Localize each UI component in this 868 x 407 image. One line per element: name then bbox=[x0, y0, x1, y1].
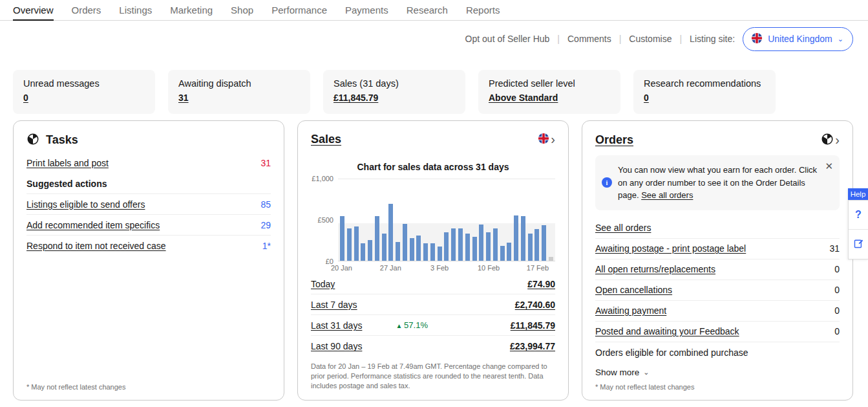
toolbar-link-customise[interactable]: Customise bbox=[629, 34, 672, 44]
orders-rows: See all ordersAwaiting postage - print p… bbox=[595, 218, 840, 342]
globe-icon bbox=[821, 133, 834, 148]
stat-cards: Unread messages0Awaiting dispatch31Sales… bbox=[0, 57, 868, 114]
orders-panel: Orders › i You can now view what you ear… bbox=[582, 120, 853, 401]
sales-site-button[interactable]: › bbox=[538, 133, 555, 146]
order-row-value: 0 bbox=[834, 285, 840, 295]
stat-card-unread-messages: Unread messages0 bbox=[13, 70, 155, 114]
chevron-down-icon: ⌄ bbox=[838, 35, 843, 43]
chart-bar bbox=[410, 238, 414, 261]
chart-bar bbox=[347, 228, 352, 261]
secondary-toolbar: Opt out of Seller Hub|Comments|Customise… bbox=[0, 21, 868, 57]
tab-payments[interactable]: Payments bbox=[345, 0, 388, 20]
tasks-title: Tasks bbox=[46, 133, 78, 147]
help-tab[interactable]: Help bbox=[848, 188, 868, 200]
chart-bar bbox=[396, 242, 400, 261]
tab-shop[interactable]: Shop bbox=[231, 0, 253, 20]
task-row-value: 31 bbox=[260, 158, 271, 168]
stat-value-link[interactable]: Above Standard bbox=[489, 93, 558, 103]
chart-bar bbox=[528, 234, 533, 261]
chevron-down-icon: ⌄ bbox=[643, 368, 649, 377]
chart-bar bbox=[423, 243, 428, 261]
tab-marketing[interactable]: Marketing bbox=[170, 0, 213, 20]
feedback-survey-button[interactable] bbox=[849, 230, 868, 259]
sales-summary-row-label[interactable]: Today bbox=[311, 279, 335, 289]
chart-bar bbox=[542, 225, 546, 261]
suggested-action-row-label[interactable]: Add recommended item specifics bbox=[26, 220, 160, 230]
uk-flag-icon bbox=[751, 32, 763, 46]
chart-bar bbox=[472, 237, 477, 261]
task-row: Print labels and post31 bbox=[26, 153, 271, 173]
suggested-actions-header: Suggested actions bbox=[26, 173, 271, 194]
stat-label: Unread messages bbox=[23, 78, 145, 89]
stat-card-predicted-seller-level: Predicted seller levelAbove Standard bbox=[478, 70, 620, 114]
suggested-action-row-value: 1* bbox=[262, 241, 271, 251]
tab-orders[interactable]: Orders bbox=[72, 0, 101, 20]
chart-bar bbox=[500, 246, 505, 261]
chart-bar bbox=[430, 243, 435, 261]
tab-overview[interactable]: Overview bbox=[13, 0, 54, 21]
tasks-footnote: * May not reflect latest changes bbox=[26, 383, 271, 391]
chart-bar bbox=[514, 215, 518, 261]
chart-bar bbox=[521, 216, 525, 261]
sales-summary-row-value: £11,845.79 bbox=[511, 320, 555, 331]
stat-label: Predicted seller level bbox=[489, 78, 610, 89]
stat-card-awaiting-dispatch: Awaiting dispatch31 bbox=[168, 70, 310, 114]
tab-listings[interactable]: Listings bbox=[119, 0, 152, 20]
sales-summary-rows: Today£74.90Last 7 days£2,740.60Last 31 d… bbox=[311, 274, 555, 357]
sales-summary-row-label[interactable]: Last 7 days bbox=[311, 300, 357, 310]
chart-bars bbox=[338, 179, 555, 261]
sales-summary-row: Last 31 days▲ 57.1%£11,845.79 bbox=[311, 315, 555, 336]
info-icon: i bbox=[602, 177, 612, 188]
tasks-panel: Tasks Print labels and post31 Suggested … bbox=[13, 120, 284, 401]
listing-site-label: Listing site: bbox=[690, 34, 735, 44]
tab-performance[interactable]: Performance bbox=[271, 0, 327, 20]
close-icon[interactable]: ✕ bbox=[825, 159, 833, 174]
sales-summary-row: Today£74.90 bbox=[311, 274, 555, 294]
order-row-label[interactable]: See all orders bbox=[595, 223, 651, 233]
order-row-label[interactable]: Awaiting postage - print postage label bbox=[595, 243, 746, 254]
chart-bar bbox=[403, 224, 407, 261]
stat-label: Research recommendations bbox=[644, 78, 765, 89]
y-tick-label: £500 bbox=[318, 216, 333, 224]
toolbar-link-opt-out-of-seller-hub[interactable]: Opt out of Seller Hub bbox=[465, 34, 550, 44]
help-question-button[interactable]: ? bbox=[849, 201, 868, 230]
suggested-action-row: Listings eligible to send offers85 bbox=[26, 194, 271, 215]
sales-summary-row-value: £23,994.77 bbox=[510, 341, 555, 351]
sales-summary-row-label[interactable]: Last 31 days bbox=[311, 320, 362, 331]
chart-bar bbox=[340, 216, 344, 261]
task-row-label[interactable]: Print labels and post bbox=[26, 158, 109, 168]
stat-value-link[interactable]: £11,845.79 bbox=[333, 93, 378, 103]
suggested-action-row-label[interactable]: Respond to item not received case bbox=[26, 241, 166, 251]
show-more-button[interactable]: Show more ⌄ bbox=[595, 363, 840, 382]
sales-footnote: Data for 20 Jan – 19 Feb at 7.49am GMT. … bbox=[311, 362, 555, 391]
order-row: Awaiting payment0 bbox=[595, 301, 840, 322]
triangle-up-icon: ▲ bbox=[396, 322, 404, 329]
x-tick-label: 3 Feb bbox=[430, 264, 449, 272]
order-row: Awaiting postage - print postage label31 bbox=[595, 239, 840, 259]
sales-summary-row-value: £74.90 bbox=[527, 279, 555, 289]
tab-reports[interactable]: Reports bbox=[466, 0, 500, 20]
y-tick-label: £1,000 bbox=[312, 175, 333, 182]
toolbar-link-comments[interactable]: Comments bbox=[567, 34, 611, 44]
chart-bar bbox=[361, 243, 365, 261]
orders-site-button[interactable]: › bbox=[821, 133, 840, 148]
order-row-label[interactable]: Posted and awaiting your Feedback bbox=[595, 326, 739, 336]
suggested-action-row-label[interactable]: Listings eligible to send offers bbox=[26, 199, 145, 210]
stat-value-link[interactable]: 0 bbox=[644, 93, 649, 103]
order-row: See all orders bbox=[595, 218, 840, 239]
stat-value-link[interactable]: 0 bbox=[23, 93, 28, 103]
suggested-action-rows: Listings eligible to send offers85Add re… bbox=[26, 194, 271, 256]
site-selector-button[interactable]: United Kingdom ⌄ bbox=[743, 27, 853, 51]
orders-footnote: * May not reflect latest changes bbox=[595, 383, 840, 391]
tab-research[interactable]: Research bbox=[407, 0, 448, 20]
toolbar-links: Opt out of Seller Hub|Comments|Customise… bbox=[465, 34, 683, 44]
sales-title[interactable]: Sales bbox=[311, 133, 341, 146]
sales-summary-row-label[interactable]: Last 90 days bbox=[311, 341, 362, 351]
banner-see-all-orders-link[interactable]: See all orders bbox=[641, 190, 693, 200]
order-row-label[interactable]: All open returns/replacements bbox=[595, 264, 715, 274]
chart-bar bbox=[458, 228, 463, 261]
order-row-label[interactable]: Awaiting payment bbox=[595, 305, 666, 316]
orders-title[interactable]: Orders bbox=[595, 133, 633, 147]
order-row-label[interactable]: Open cancellations bbox=[595, 285, 672, 295]
stat-value-link[interactable]: 31 bbox=[178, 93, 189, 103]
